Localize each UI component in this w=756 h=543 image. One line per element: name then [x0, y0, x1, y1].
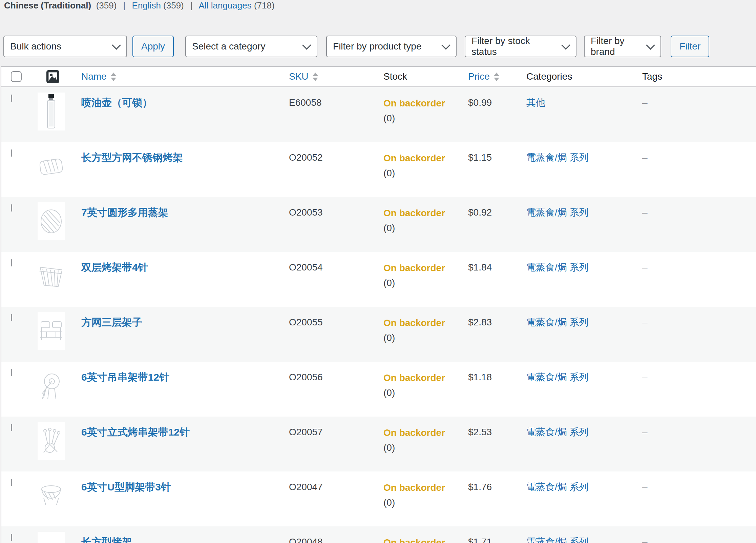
- product-category-link[interactable]: 電蒸食/焗 系列: [526, 207, 589, 218]
- image-column-header: [36, 67, 77, 86]
- apply-button[interactable]: Apply: [132, 36, 174, 57]
- table-row: 6英寸U型脚架带3针 O20047 On backorder (0) $1.76…: [1, 471, 756, 526]
- product-stock: On backorder (0): [382, 526, 466, 543]
- product-name-link[interactable]: 7英寸圆形多用蒸架: [81, 207, 168, 218]
- products-filter-bar: Bulk actions Apply Select a category Fil…: [3, 36, 709, 57]
- select-row-checkbox[interactable]: [11, 369, 12, 376]
- product-sku: O20053: [287, 197, 382, 252]
- product-sku: O20057: [287, 417, 382, 471]
- stock-count: (0): [383, 497, 395, 508]
- separator: |: [190, 0, 193, 11]
- table-row: 长方型方网不锈钢烤架 O20052 On backorder (0) $1.15…: [1, 142, 756, 197]
- product-sku: O20048: [287, 526, 382, 543]
- select-row-checkbox[interactable]: [11, 534, 12, 541]
- filter-button[interactable]: Filter: [671, 36, 709, 57]
- product-name-link[interactable]: 6英寸立式烤串架带12针: [81, 426, 190, 438]
- name-header-label: Name: [81, 71, 107, 82]
- column-header-sku[interactable]: SKU: [287, 67, 382, 86]
- table-header-row: Name SKU Stock Price Categories Tags: [1, 67, 756, 87]
- sku-header-label: SKU: [289, 71, 309, 82]
- select-row-checkbox[interactable]: [11, 314, 12, 321]
- product-stock: On backorder (0): [382, 307, 466, 362]
- select-all-checkbox[interactable]: [11, 71, 22, 82]
- stock-count: (0): [383, 278, 395, 288]
- category-filter-select[interactable]: Select a category: [185, 36, 317, 57]
- product-stock: On backorder (0): [382, 87, 466, 142]
- product-tags: –: [639, 197, 756, 252]
- select-row-checkbox[interactable]: [11, 149, 12, 157]
- language-all-count: (718): [254, 0, 275, 11]
- product-thumbnail[interactable]: [38, 257, 65, 295]
- product-category-link[interactable]: 電蒸食/焗 系列: [526, 317, 589, 327]
- stock-status-filter-select[interactable]: Filter by stock status: [465, 36, 576, 57]
- table-row: 喷油壶（可锁） E60058 On backorder (0) $0.99 其他…: [1, 87, 756, 142]
- product-thumbnail[interactable]: [38, 532, 65, 543]
- product-price: $2.83: [466, 307, 524, 362]
- product-type-filter-select[interactable]: Filter by product type: [326, 36, 457, 57]
- sort-arrows-icon: [313, 73, 318, 81]
- product-tags: –: [639, 417, 756, 471]
- product-thumbnail[interactable]: [38, 202, 65, 240]
- product-category-link[interactable]: 其他: [526, 97, 545, 108]
- sort-arrows-icon: [494, 73, 499, 81]
- product-price: $1.18: [466, 362, 524, 417]
- select-row-checkbox[interactable]: [11, 95, 12, 102]
- product-name-link[interactable]: 方网三层架子: [81, 317, 142, 328]
- product-thumbnail[interactable]: [38, 147, 65, 185]
- column-header-categories: Categories: [524, 67, 639, 86]
- brand-filter-select[interactable]: Filter by brand: [584, 36, 661, 57]
- select-row-checkbox[interactable]: [11, 259, 12, 266]
- table-row: 7英寸圆形多用蒸架 O20053 On backorder (0) $0.92 …: [1, 197, 756, 252]
- column-header-tags: Tags: [639, 67, 756, 86]
- price-header-label: Price: [468, 71, 490, 82]
- product-name-link[interactable]: 长方型方网不锈钢烤架: [81, 152, 183, 163]
- chevron-down-icon: [646, 40, 655, 49]
- chevron-down-icon: [441, 40, 450, 49]
- select-row-checkbox[interactable]: [11, 479, 12, 486]
- select-row-checkbox[interactable]: [11, 424, 12, 431]
- product-sku: O20055: [287, 307, 382, 362]
- language-current-count: (359): [96, 0, 117, 11]
- product-category-link[interactable]: 電蒸食/焗 系列: [526, 262, 589, 273]
- column-header-price[interactable]: Price: [466, 67, 524, 86]
- product-thumbnail[interactable]: [38, 422, 65, 460]
- product-stock: On backorder (0): [382, 417, 466, 471]
- stock-status: On backorder: [383, 318, 445, 328]
- product-category-link[interactable]: 電蒸食/焗 系列: [526, 152, 589, 163]
- chevron-down-icon: [112, 40, 121, 49]
- product-price: $1.15: [466, 142, 524, 197]
- product-name-link[interactable]: 喷油壶（可锁）: [81, 97, 152, 108]
- stock-count: (0): [383, 387, 395, 398]
- product-stock: On backorder (0): [382, 197, 466, 252]
- product-category-link[interactable]: 電蒸食/焗 系列: [526, 372, 589, 382]
- product-thumbnail[interactable]: [38, 367, 65, 405]
- product-price: $1.71: [466, 526, 524, 543]
- product-name-link[interactable]: 6英寸吊串架带12针: [81, 371, 169, 383]
- stock-header-label: Stock: [383, 71, 407, 82]
- product-category-link[interactable]: 電蒸食/焗 系列: [526, 427, 589, 437]
- product-category-link[interactable]: 電蒸食/焗 系列: [526, 482, 589, 492]
- stock-status: On backorder: [383, 427, 445, 438]
- product-name-link[interactable]: 6英寸U型脚架带3针: [81, 481, 171, 492]
- product-price: $0.92: [466, 197, 524, 252]
- column-header-name[interactable]: Name: [77, 67, 287, 86]
- product-sku: O20052: [287, 142, 382, 197]
- product-stock: On backorder (0): [382, 142, 466, 197]
- language-current: Chinese (Traditional): [4, 0, 93, 11]
- select-row-checkbox[interactable]: [11, 204, 12, 212]
- product-name-link[interactable]: 长方型烤架: [81, 536, 132, 543]
- product-name-link[interactable]: 双层烤架带4针: [81, 262, 148, 273]
- product-thumbnail[interactable]: [38, 312, 65, 350]
- language-link-english[interactable]: English: [132, 0, 161, 11]
- product-price: $2.53: [466, 417, 524, 471]
- table-row: 方网三层架子 O20055 On backorder (0) $2.83 電蒸食…: [1, 307, 756, 362]
- product-stock: On backorder (0): [382, 252, 466, 307]
- product-price: $1.84: [466, 252, 524, 307]
- bulk-actions-label: Bulk actions: [10, 41, 61, 52]
- product-category-link[interactable]: 電蒸食/焗 系列: [526, 537, 589, 543]
- bulk-actions-select[interactable]: Bulk actions: [3, 36, 127, 57]
- language-link-all[interactable]: All languages: [199, 0, 252, 11]
- product-tags: –: [639, 252, 756, 307]
- product-thumbnail[interactable]: [38, 93, 65, 130]
- product-thumbnail[interactable]: [38, 477, 65, 515]
